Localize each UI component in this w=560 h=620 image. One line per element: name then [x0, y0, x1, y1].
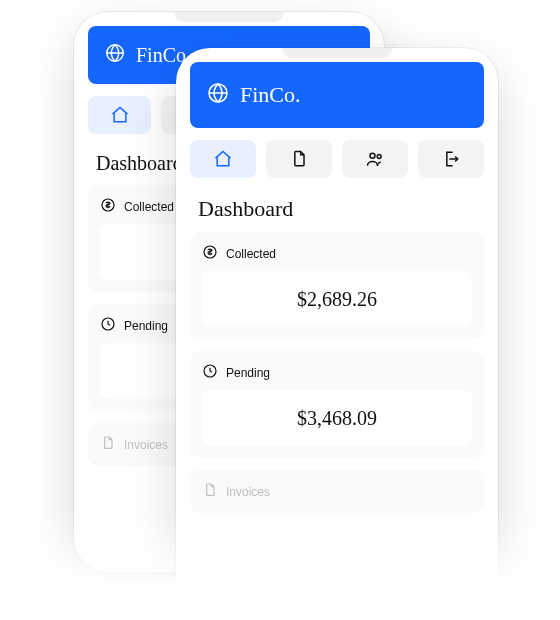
- nav-row: [176, 128, 498, 178]
- clock-icon: [202, 363, 218, 382]
- svg-point-8: [370, 153, 375, 158]
- home-icon: [110, 105, 130, 125]
- globe-icon: [104, 42, 126, 68]
- card-label: Invoices: [226, 485, 270, 499]
- dollar-icon: [202, 244, 218, 263]
- nav-home[interactable]: [88, 96, 151, 134]
- nav-invoices[interactable]: [266, 140, 332, 178]
- documents-icon: [289, 149, 309, 169]
- card-value: $3,468.09: [202, 390, 472, 446]
- card-collected: Collected $2,689.26: [190, 232, 484, 339]
- page-title: Dashboard: [176, 178, 498, 232]
- nav-signout[interactable]: [418, 140, 484, 178]
- app-header: FinCo.: [190, 62, 484, 128]
- phone-mockup-front: FinCo.: [176, 48, 498, 620]
- nav-customers[interactable]: [342, 140, 408, 178]
- card-pending: Pending $3,468.09: [190, 351, 484, 458]
- card-label: Collected: [124, 200, 174, 214]
- globe-icon: [206, 81, 230, 109]
- svg-point-9: [377, 155, 381, 159]
- phone-notch: [174, 12, 284, 22]
- documents-icon: [202, 482, 218, 501]
- clock-icon: [100, 316, 116, 335]
- card-label: Collected: [226, 247, 276, 261]
- card-value: $2,689.26: [202, 271, 472, 327]
- card-invoices: Invoices: [190, 470, 484, 513]
- brand-title: FinCo.: [240, 82, 301, 108]
- documents-icon: [100, 435, 116, 454]
- nav-home[interactable]: [190, 140, 256, 178]
- dollar-icon: [100, 197, 116, 216]
- card-label: Pending: [124, 319, 168, 333]
- card-label: Pending: [226, 366, 270, 380]
- home-icon: [213, 149, 233, 169]
- card-label: Invoices: [124, 438, 168, 452]
- signout-icon: [441, 149, 461, 169]
- phone-notch: [282, 48, 392, 58]
- people-icon: [365, 149, 385, 169]
